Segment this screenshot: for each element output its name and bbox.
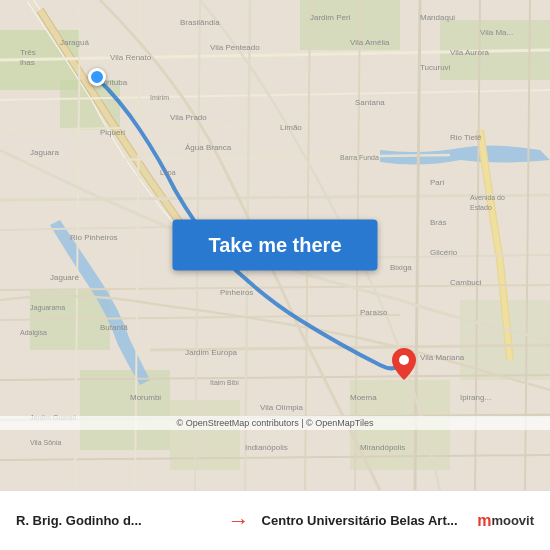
route-from: R. Brig. Godinho d...	[8, 513, 224, 528]
svg-text:Vila Olímpia: Vila Olímpia	[260, 403, 304, 412]
svg-text:Avenida do: Avenida do	[470, 194, 505, 201]
svg-text:Brasilândia: Brasilândia	[180, 18, 220, 27]
svg-text:Lapa: Lapa	[160, 169, 176, 177]
svg-point-82	[399, 355, 409, 365]
svg-text:Itaim Bibi: Itaim Bibi	[210, 379, 239, 386]
start-marker	[88, 68, 106, 86]
svg-text:Mirandópolis: Mirandópolis	[360, 443, 405, 452]
svg-text:Santana: Santana	[355, 98, 385, 107]
svg-text:Vila Amélia: Vila Amélia	[350, 38, 390, 47]
route-to-name: Centro Universitário Belas Art...	[262, 513, 462, 528]
moovit-logo: m moovit	[469, 512, 542, 530]
svg-text:Pinheiros: Pinheiros	[220, 288, 253, 297]
svg-text:Piqueri: Piqueri	[100, 128, 125, 137]
svg-text:Vila Penteado: Vila Penteado	[210, 43, 260, 52]
copyright-text: © OpenStreetMap contributors | © OpenMap…	[0, 416, 550, 430]
svg-text:Vila Prado: Vila Prado	[170, 113, 207, 122]
svg-text:Indianópolis: Indianópolis	[245, 443, 288, 452]
svg-text:Vila Mariana: Vila Mariana	[420, 353, 465, 362]
map-container: Três lhas Jaraguá Brasilândia Jardim Per…	[0, 0, 550, 490]
svg-text:Limão: Limão	[280, 123, 302, 132]
svg-text:Moema: Moema	[350, 393, 377, 402]
svg-text:Rio Pinheiros: Rio Pinheiros	[70, 233, 118, 242]
svg-text:Vila Ma...: Vila Ma...	[480, 28, 513, 37]
svg-rect-6	[80, 370, 170, 450]
svg-text:Estado: Estado	[470, 204, 492, 211]
svg-text:Rio Tietê: Rio Tietê	[450, 133, 482, 142]
svg-text:Água Branca: Água Branca	[185, 143, 232, 152]
moovit-name: moovit	[491, 513, 534, 528]
svg-text:Pari: Pari	[430, 178, 444, 187]
svg-text:Glicério: Glicério	[430, 248, 458, 257]
svg-text:Cambuci: Cambuci	[450, 278, 482, 287]
svg-text:Jardim Europa: Jardim Europa	[185, 348, 238, 357]
svg-text:Butantã: Butantã	[100, 323, 128, 332]
svg-text:Barra Funda: Barra Funda	[340, 154, 379, 161]
route-from-name: R. Brig. Godinho d...	[16, 513, 216, 528]
take-me-there-button[interactable]: Take me there	[172, 220, 377, 271]
svg-text:Jaguaré: Jaguaré	[50, 273, 79, 282]
svg-text:Vila Renato: Vila Renato	[110, 53, 152, 62]
svg-text:Três: Três	[20, 48, 36, 57]
svg-text:Jaguara: Jaguara	[30, 148, 59, 157]
svg-text:lhas: lhas	[20, 58, 35, 67]
route-to: Centro Universitário Belas Art...	[254, 513, 470, 528]
svg-text:Ipirang...: Ipirang...	[460, 393, 491, 402]
svg-text:Paraíso: Paraíso	[360, 308, 388, 317]
end-marker	[392, 348, 416, 384]
moovit-logo-text: m	[477, 512, 491, 530]
bottom-bar: R. Brig. Godinho d... → Centro Universit…	[0, 490, 550, 550]
svg-text:Vila Sônia: Vila Sônia	[30, 439, 62, 446]
svg-text:Bixiga: Bixiga	[390, 263, 412, 272]
route-arrow: →	[224, 508, 254, 534]
svg-text:Mandaqui: Mandaqui	[420, 13, 455, 22]
svg-text:Imirim: Imirim	[150, 94, 169, 101]
svg-text:Jaraguá: Jaraguá	[60, 38, 89, 47]
svg-text:Tucuruvi: Tucuruvi	[420, 63, 451, 72]
svg-text:Jardim Peri: Jardim Peri	[310, 13, 351, 22]
svg-text:Morumbi: Morumbi	[130, 393, 161, 402]
svg-text:Jaguarama: Jaguarama	[30, 304, 65, 312]
svg-rect-7	[170, 400, 240, 470]
svg-text:Adalgisa: Adalgisa	[20, 329, 47, 337]
svg-text:Brás: Brás	[430, 218, 446, 227]
svg-text:Vila Aurora: Vila Aurora	[450, 48, 490, 57]
